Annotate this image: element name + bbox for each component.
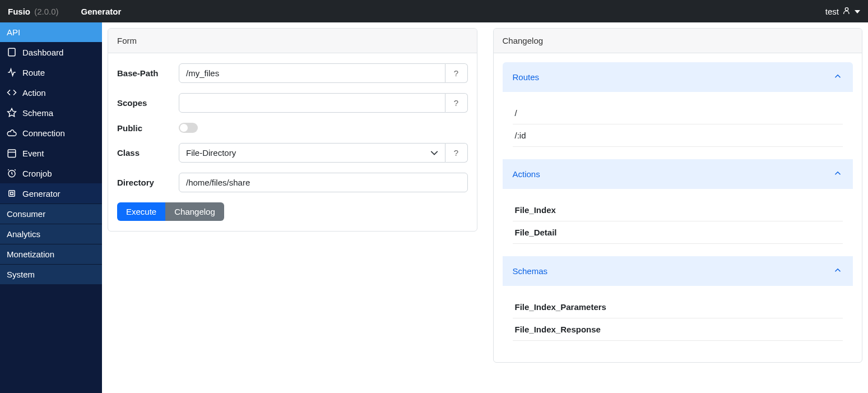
sidebar-section-api[interactable]: API	[0, 22, 102, 42]
label-scopes: Scopes	[117, 98, 179, 108]
svg-point-0	[845, 7, 848, 10]
sidebar-item-label: Generator	[22, 189, 61, 198]
changelog-body: Routes//:idActionsFile_IndexFile_DetailS…	[494, 53, 862, 362]
directory-wrap	[179, 173, 468, 192]
changelog-card-header: Changelog	[494, 29, 862, 53]
sidebar-section-system[interactable]: System	[0, 264, 102, 284]
label-class: Class	[117, 148, 179, 158]
form-row-class: Class File-Directory ?	[117, 143, 468, 163]
svg-rect-7	[11, 192, 13, 195]
clock-icon	[7, 168, 17, 178]
changelog-item: /:id	[513, 124, 843, 147]
help-button-class[interactable]: ?	[445, 143, 468, 163]
label-directory: Directory	[117, 178, 179, 187]
form-row-base-path: Base-Path ?	[117, 63, 468, 83]
form-card-header: Form	[108, 29, 477, 53]
main-content: Form Base-Path ? Scopes ?	[102, 22, 868, 393]
svg-rect-6	[9, 191, 15, 197]
star-icon	[7, 108, 17, 118]
brand-version: (2.0.0)	[34, 7, 58, 16]
sidebar-item-schema[interactable]: Schema	[0, 103, 102, 123]
help-button-scopes[interactable]: ?	[445, 93, 468, 113]
sidebar-item-label: Dashboard	[22, 48, 63, 57]
user-name: test	[825, 7, 839, 16]
form-card: Form Base-Path ? Scopes ?	[108, 28, 477, 232]
accordion-title: Actions	[513, 169, 540, 179]
sidebar-item-label: Route	[22, 68, 45, 77]
base-path-wrap: ?	[179, 63, 468, 83]
sidebar-item-route[interactable]: Route	[0, 62, 102, 82]
changelog-button[interactable]: Changelog	[165, 202, 224, 221]
sidebar-item-label: Connection	[22, 128, 65, 138]
accordion-section-schemas: SchemasFile_Index_ParametersFile_Index_R…	[503, 256, 853, 353]
accordion-title: Schemas	[513, 266, 548, 276]
changelog-item: File_Index	[513, 199, 843, 221]
topbar-left: Fusio (2.0.0) Generator	[8, 7, 121, 16]
sidebar-item-label: Cronjob	[22, 169, 52, 178]
svg-marker-2	[8, 109, 16, 117]
caret-down-icon	[855, 7, 860, 16]
accordion-content: //:id	[503, 92, 853, 159]
class-select[interactable]: File-Directory	[179, 143, 445, 163]
accordion-content: File_IndexFile_Detail	[503, 189, 853, 256]
calendar-icon	[7, 148, 17, 158]
accordion-header-schemas[interactable]: Schemas	[503, 256, 853, 286]
directory-input[interactable]	[179, 173, 468, 192]
brand: Fusio (2.0.0)	[8, 7, 59, 16]
topbar: Fusio (2.0.0) Generator test	[0, 0, 868, 22]
label-public: Public	[117, 123, 179, 133]
sidebar-item-connection[interactable]: Connection	[0, 123, 102, 143]
svg-rect-3	[8, 150, 16, 158]
layout: APIDashboardRouteActionSchemaConnectionE…	[0, 22, 868, 393]
base-path-input[interactable]	[179, 63, 445, 83]
sidebar-item-label: Action	[22, 88, 46, 98]
user-menu[interactable]: test	[825, 6, 860, 17]
scopes-input[interactable]	[179, 93, 445, 113]
cloud-icon	[7, 128, 17, 138]
form-card-body: Base-Path ? Scopes ? Public	[108, 53, 477, 231]
user-icon	[842, 6, 851, 17]
sidebar-section-analytics[interactable]: Analytics	[0, 224, 102, 244]
sidebar-item-label: Event	[22, 149, 44, 158]
changelog-item: File_Index_Response	[513, 318, 843, 341]
chevron-up-icon	[833, 71, 843, 83]
changelog-card: Changelog Routes//:idActionsFile_IndexFi…	[493, 28, 863, 363]
route-icon	[7, 67, 17, 77]
sidebar-item-action[interactable]: Action	[0, 82, 102, 103]
scopes-wrap: ?	[179, 93, 468, 113]
label-base-path: Base-Path	[117, 68, 179, 78]
form-row-directory: Directory	[117, 173, 468, 192]
sidebar-section-consumer[interactable]: Consumer	[0, 204, 102, 224]
chevron-up-icon	[833, 168, 843, 180]
cpu-icon	[7, 188, 17, 198]
accordion-title: Routes	[513, 72, 540, 82]
execute-button[interactable]: Execute	[117, 202, 165, 221]
help-button-base-path[interactable]: ?	[445, 63, 468, 83]
public-toggle[interactable]	[179, 123, 198, 133]
changelog-item: File_Detail	[513, 221, 843, 244]
sidebar-item-label: Schema	[22, 108, 53, 118]
page-title: Generator	[81, 7, 122, 16]
accordion-section-actions: ActionsFile_IndexFile_Detail	[503, 159, 853, 256]
class-wrap: File-Directory ?	[179, 143, 468, 163]
svg-rect-1	[8, 48, 15, 56]
accordion-content: File_Index_ParametersFile_Index_Response	[503, 286, 853, 353]
form-row-scopes: Scopes ?	[117, 93, 468, 113]
sidebar-item-cronjob[interactable]: Cronjob	[0, 163, 102, 183]
accordion-header-actions[interactable]: Actions	[503, 159, 853, 189]
accordion-header-routes[interactable]: Routes	[503, 62, 853, 92]
chevron-up-icon	[833, 265, 843, 277]
brand-name: Fusio	[8, 7, 30, 16]
form-row-public: Public	[117, 123, 468, 133]
public-wrap	[179, 123, 468, 133]
sidebar-item-dashboard[interactable]: Dashboard	[0, 42, 102, 62]
changelog-item: File_Index_Parameters	[513, 296, 843, 318]
changelog-item: /	[513, 102, 843, 124]
code-icon	[7, 87, 17, 98]
accordion-section-routes: Routes//:id	[503, 62, 853, 159]
sidebar-item-event[interactable]: Event	[0, 143, 102, 163]
dashboard-icon	[7, 47, 17, 57]
sidebar: APIDashboardRouteActionSchemaConnectionE…	[0, 22, 102, 393]
sidebar-item-generator[interactable]: Generator	[0, 183, 102, 204]
sidebar-section-monetization[interactable]: Monetization	[0, 244, 102, 264]
